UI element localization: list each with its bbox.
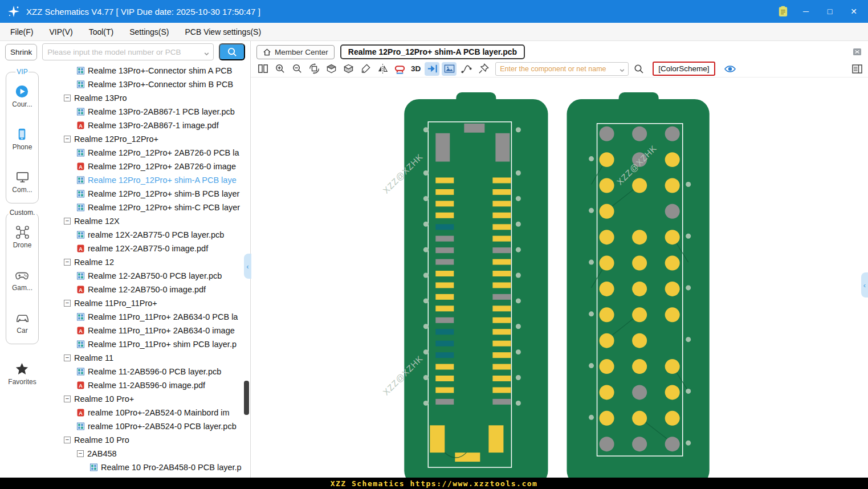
tree-folder[interactable]: −Realme 11	[44, 351, 250, 365]
collapse-minus-icon[interactable]: −	[77, 450, 84, 457]
pdf-file-icon: A	[77, 409, 84, 417]
tree-folder[interactable]: −Realme 10 Pro	[44, 433, 250, 447]
collapse-minus-icon[interactable]: −	[64, 300, 71, 307]
pin-icon[interactable]	[476, 62, 491, 76]
rail-item-drone[interactable]: Drone	[13, 225, 32, 249]
tree-file[interactable]: Realme 12-2AB750-0 PCB layer.pcb	[44, 269, 250, 283]
collapse-left-pane-handle[interactable]: ‹	[244, 254, 251, 279]
flip-horizontal-icon[interactable]	[375, 62, 390, 76]
menu-tool-t[interactable]: Tool(T)	[89, 27, 114, 36]
collapse-minus-icon[interactable]: −	[64, 218, 71, 225]
component-search-combobox[interactable]	[495, 62, 629, 76]
model-search-input[interactable]	[47, 48, 203, 56]
tree-file[interactable]: Realme 12Pro_12Pro+ shim-C PCB layer	[44, 201, 250, 214]
collapse-minus-icon[interactable]: −	[64, 396, 71, 402]
tree-file[interactable]: Realme 13Pro+-Connector shim A PCB	[44, 64, 250, 78]
car-icon	[15, 310, 30, 325]
rail-item-favorites[interactable]: Favorites	[8, 361, 36, 386]
tree-file[interactable]: ARealme 11Pro_11Pro+ 2AB634-0 image	[44, 324, 250, 337]
tree-file[interactable]: Arealme 12X-2AB775-0 image.pdf	[44, 242, 250, 255]
chevron-down-icon[interactable]	[203, 49, 210, 55]
image-icon[interactable]	[442, 62, 457, 76]
colorscheme-button[interactable]: [ColorScheme]	[653, 62, 715, 76]
tree-file[interactable]: Realme 11Pro_11Pro+ 2AB634-0 PCB la	[44, 310, 250, 324]
component-search-input[interactable]	[500, 65, 619, 73]
rotate-icon[interactable]	[307, 62, 321, 76]
tree-file[interactable]: Realme 13Pro-2AB867-1 PCB layer.pcb	[44, 105, 250, 119]
rail-item-label: Favorites	[8, 378, 36, 386]
tree-folder[interactable]: −Realme 11Pro_11Pro+	[44, 296, 250, 310]
tree-file[interactable]: ARealme 13Pro-2AB867-1 image.pdf	[44, 119, 250, 132]
split-view-icon[interactable]	[255, 62, 270, 76]
rail-item-label: Drone	[13, 241, 32, 249]
rail-item-com[interactable]: Com...	[12, 169, 32, 194]
collapse-minus-icon[interactable]: −	[64, 259, 71, 266]
rail-item-gam[interactable]: Gam...	[12, 267, 32, 292]
menubar: File(F)VIP(V)Tool(T)Settings(S)PCB View …	[0, 23, 868, 41]
threed-label[interactable]: 3D	[409, 62, 422, 76]
visibility-eye-icon[interactable]	[723, 62, 737, 76]
side-panel-icon[interactable]	[851, 63, 863, 75]
tree-file[interactable]: Realme 13Pro+-Connector shim B PCB	[44, 78, 250, 91]
curve-icon[interactable]	[459, 62, 474, 76]
tree-file[interactable]: Arealme 10Pro+-2AB524-0 Mainbord im	[44, 406, 250, 419]
tree-file[interactable]: Realme 12Pro_12Pro+ shim-B PCB layer	[44, 187, 250, 201]
menu-pcb-view-settings-s[interactable]: PCB View settings(S)	[185, 27, 261, 36]
rail-item-phone[interactable]: Phone	[13, 127, 32, 151]
menu-vip-v[interactable]: VIP(V)	[49, 27, 72, 36]
component-search-icon[interactable]	[633, 63, 645, 75]
chevron-down-icon[interactable]	[619, 66, 625, 72]
tree-folder[interactable]: −Realme 10 Pro+	[44, 392, 250, 406]
rail-group-legend: VIP	[15, 68, 28, 76]
tree-file[interactable]: Realme 12Pro_12Pro+ shim-A PCB laye	[44, 173, 250, 187]
pcb-canvas[interactable]: XZZ@XZHK XZZ@XZHK XZZ@XZHK	[251, 78, 868, 478]
rail-item-cour[interactable]: Cour...	[12, 84, 32, 108]
pdf-file-icon: A	[77, 244, 84, 252]
svg-text:A: A	[79, 410, 83, 416]
tree-file[interactable]: realme 12X-2AB775-0 PCB layer.pcb	[44, 228, 250, 242]
shrink-button[interactable]: Shrink	[5, 44, 37, 60]
zoom-in-icon[interactable]	[272, 62, 287, 76]
tree-folder[interactable]: −2AB458	[44, 447, 250, 461]
tree-file[interactable]: Realme 10 Pro-2AB458-0 PCB layer.p	[44, 461, 250, 474]
collapse-minus-icon[interactable]: −	[64, 354, 71, 361]
tree-scrollbar-thumb[interactable]	[244, 381, 249, 415]
close-view-icon[interactable]	[852, 47, 862, 57]
tree-file[interactable]: Realme 11-2AB596-0 PCB layer.pcb	[44, 365, 250, 378]
model-search-combobox[interactable]	[42, 43, 214, 60]
brush-icon[interactable]	[358, 62, 373, 76]
collapse-right-panel-handle[interactable]: ‹	[861, 272, 868, 298]
tree-folder[interactable]: −Realme 12X	[44, 214, 250, 228]
collapse-minus-icon[interactable]: −	[64, 95, 71, 101]
tree-file[interactable]: ARealme 12Pro_12Pro+ 2AB726-0 image	[44, 160, 250, 173]
maximize-button[interactable]: □	[822, 4, 837, 19]
zoom-out-icon[interactable]	[290, 62, 304, 76]
active-pcb-tab[interactable]: Realme 12Pro_12Pro+ shim-A PCB layer.pcb	[340, 44, 525, 59]
menu-file-f[interactable]: File(F)	[10, 27, 33, 36]
rail-item-car[interactable]: Car	[15, 310, 30, 335]
bottom-layer-icon[interactable]	[341, 62, 356, 76]
tree-file[interactable]: Realme 11Pro_11Pro+ shim PCB layer.p	[44, 337, 250, 351]
member-center-button[interactable]: Member Center	[256, 45, 335, 59]
pcb-file-icon	[77, 231, 84, 239]
tree-folder[interactable]: −Realme 12	[44, 255, 250, 269]
tree-file[interactable]: realme 10Pro+-2AB524-0 PCB layer.pcb	[44, 419, 250, 433]
tree-folder[interactable]: −Realme 13Pro	[44, 91, 250, 105]
model-search-button[interactable]	[219, 43, 245, 60]
tree-file[interactable]: ARealme 12-2AB750-0 image.pdf	[44, 283, 250, 296]
menu-settings-s[interactable]: Settings(S)	[129, 27, 169, 36]
license-clipboard-icon[interactable]	[777, 5, 789, 18]
svg-text:A: A	[79, 123, 83, 129]
jump-arrow-icon[interactable]	[425, 62, 439, 76]
tree-file[interactable]: Realme 12Pro_12Pro+ 2AB726-0 PCB la	[44, 146, 250, 160]
top-layer-icon[interactable]	[324, 62, 339, 76]
close-button[interactable]: ✕	[846, 4, 861, 19]
tree-folder[interactable]: −Realme 12Pro_12Pro+	[44, 132, 250, 146]
component-highlight-icon[interactable]	[392, 62, 407, 76]
collapse-minus-icon[interactable]: −	[64, 437, 71, 443]
rail-group-legend: Custom.	[9, 209, 36, 217]
tree-file[interactable]: ARealme 11-2AB596-0 image.pdf	[44, 378, 250, 392]
minimize-button[interactable]: ─	[798, 4, 813, 19]
collapse-minus-icon[interactable]: −	[64, 136, 71, 142]
tree-item-label: Realme 13Pro+-Connector shim A PCB	[88, 66, 232, 75]
